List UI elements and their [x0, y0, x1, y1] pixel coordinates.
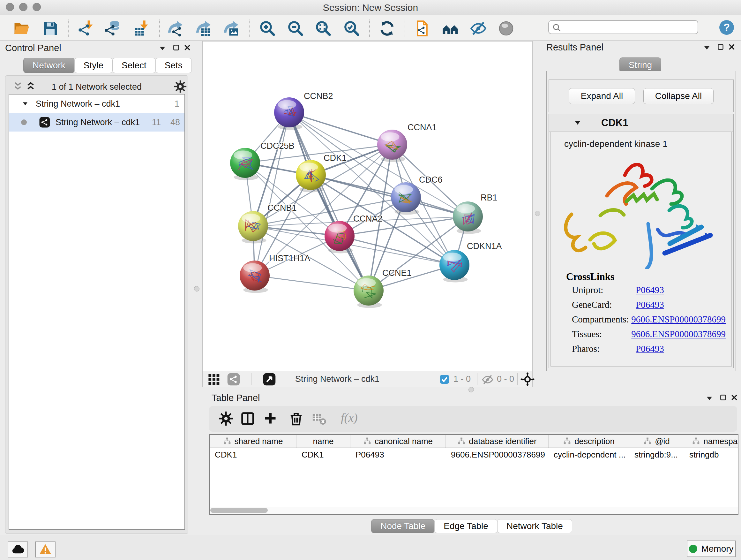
export-image-button[interactable] — [222, 20, 240, 37]
grid-view-icon[interactable] — [207, 373, 220, 386]
delete-table-icon[interactable] — [312, 411, 327, 427]
collapse-entry-icon[interactable] — [574, 119, 582, 127]
node-CDC25B[interactable] — [230, 148, 260, 178]
left-splitter-handle[interactable] — [194, 286, 199, 292]
hide-unselected-button[interactable] — [470, 20, 487, 37]
edge-CCNB2-CCNE1[interactable] — [289, 112, 368, 291]
column-header-canonical-name[interactable]: canonical name — [350, 435, 446, 448]
expand-all-button[interactable]: Expand All — [569, 88, 635, 104]
table-cell[interactable]: CDK1 — [210, 448, 296, 461]
crosslink-link[interactable]: 9606.ENSP00000378699 — [631, 314, 726, 325]
node-CCNA1[interactable] — [377, 130, 407, 160]
fit-content-crosshair-icon[interactable] — [521, 372, 535, 386]
float-panel-icon[interactable] — [717, 43, 726, 52]
node-CDKN1A[interactable] — [440, 250, 469, 280]
horizontal-splitter-handle[interactable] — [468, 387, 474, 392]
network-graph[interactable]: CCNB2CCNA1CDC25BCDK1CDC6RB1CCNB1CCNA2CDK… — [203, 42, 532, 371]
node-CDC6[interactable] — [391, 182, 421, 212]
search-input[interactable] — [565, 22, 694, 33]
table-cell[interactable]: P06493 — [350, 448, 446, 461]
edge-CCNB2-CCNA1[interactable] — [289, 112, 392, 145]
zoom-in-button[interactable] — [259, 20, 276, 37]
node-CCNB2[interactable] — [274, 98, 304, 127]
node-HIST1H1A[interactable] — [240, 260, 270, 291]
table-cell[interactable]: cyclin-dependent ... — [549, 448, 629, 461]
gray-sphere-button[interactable] — [497, 20, 515, 37]
node-CCNA2[interactable] — [325, 221, 354, 251]
selected-checkbox-icon[interactable] — [440, 374, 450, 384]
function-builder-icon[interactable]: f(x) — [341, 411, 358, 425]
help-icon[interactable]: ? — [719, 19, 735, 36]
cloud-button[interactable] — [8, 542, 28, 557]
birdseye-view-icon[interactable] — [263, 373, 276, 386]
table-row[interactable]: CDK1CDK1P064939606.ENSP00000378699cyclin… — [210, 448, 738, 461]
tab-string[interactable]: String — [619, 57, 661, 73]
node-RB1[interactable] — [453, 201, 483, 232]
open-session-button[interactable] — [13, 20, 30, 37]
create-column-plus-icon[interactable] — [263, 411, 279, 427]
tab-network-table[interactable]: Network Table — [497, 519, 572, 533]
table-cell[interactable]: CDK1 — [296, 448, 350, 461]
column-header-namespace[interactable]: namespace — [684, 435, 738, 448]
gene-entry-header[interactable]: CDK1 — [549, 114, 733, 132]
table-cell[interactable]: 9606.ENSP00000378699 — [446, 448, 549, 461]
collapse-panel-icon[interactable] — [702, 43, 712, 52]
warnings-button[interactable] — [35, 542, 56, 557]
table-options-gear-icon[interactable] — [219, 411, 234, 427]
string-document-button[interactable] — [414, 20, 431, 37]
network-options-gear-icon[interactable] — [174, 80, 184, 90]
collapse-all-button[interactable]: Collapse All — [643, 88, 714, 104]
apply-layout-button[interactable] — [379, 20, 396, 37]
edge-CDK1-RB1[interactable] — [311, 175, 468, 216]
crosslink-link[interactable]: P06493 — [636, 285, 664, 295]
import-network-database-button[interactable] — [105, 20, 122, 37]
save-session-button[interactable] — [42, 20, 59, 37]
node-CCNB1[interactable] — [238, 211, 268, 241]
delete-column-trash-icon[interactable] — [289, 411, 304, 427]
column-header-database-identifier[interactable]: database identifier — [446, 435, 549, 448]
network-row[interactable]: String Network – cdk1 11 48 — [9, 113, 185, 132]
column-header--id[interactable]: @id — [629, 435, 684, 448]
tab-edge-table[interactable]: Edge Table — [434, 519, 497, 533]
close-panel-icon[interactable] — [730, 393, 740, 403]
crosslink-link[interactable]: P06493 — [636, 344, 664, 354]
crosslink-link[interactable]: 9606.ENSP00000378699 — [631, 329, 726, 339]
crosslink-link[interactable]: P06493 — [636, 300, 664, 310]
column-header-description[interactable]: description — [549, 435, 629, 448]
close-panel-icon[interactable] — [728, 43, 737, 52]
network-collection-row[interactable]: String Network – cdk1 1 — [9, 95, 185, 113]
memory-button[interactable]: Memory — [687, 541, 736, 557]
float-panel-icon[interactable] — [719, 393, 729, 403]
string-homes-button[interactable] — [442, 20, 459, 37]
tab-select[interactable]: Select — [112, 58, 156, 73]
zoom-fit-button[interactable] — [315, 20, 332, 37]
column-header-name[interactable]: name — [296, 435, 350, 448]
collapse-tree-icon[interactable] — [22, 100, 29, 107]
network-canvas[interactable]: CCNB2CCNA1CDC25BCDK1CDC6RB1CCNB1CCNA2CDK… — [203, 42, 532, 371]
export-table-button[interactable] — [195, 20, 212, 37]
column-header-shared-name[interactable]: shared name — [210, 435, 296, 448]
share-view-icon[interactable] — [227, 373, 240, 386]
collapse-panel-icon[interactable] — [704, 393, 714, 403]
edge-HIST1H1A-CCNE1[interactable] — [255, 275, 368, 291]
tab-style[interactable]: Style — [74, 58, 113, 73]
show-columns-icon[interactable] — [240, 411, 256, 427]
import-network-file-button[interactable] — [78, 20, 95, 37]
collapse-panel-icon[interactable] — [158, 44, 167, 53]
float-panel-icon[interactable] — [172, 44, 182, 53]
scrollbar-thumb[interactable] — [210, 508, 268, 513]
close-panel-icon[interactable] — [183, 44, 193, 53]
hidden-eye-icon[interactable] — [482, 374, 494, 386]
node-CDK1[interactable] — [296, 160, 326, 190]
tab-sets[interactable]: Sets — [155, 58, 192, 73]
zoom-out-button[interactable] — [287, 20, 304, 37]
export-network-button[interactable] — [166, 20, 184, 37]
tab-network[interactable]: Network — [23, 58, 75, 73]
node-CCNE1[interactable] — [354, 275, 384, 306]
table-cell[interactable]: stringdb:9... — [629, 448, 684, 461]
edge-CCNB2-HIST1H1A[interactable] — [255, 112, 289, 275]
zoom-selected-button[interactable] — [343, 20, 360, 37]
import-table-button[interactable] — [133, 20, 150, 37]
right-splitter-handle[interactable] — [535, 211, 540, 216]
tab-node-table[interactable]: Node Table — [371, 519, 434, 533]
